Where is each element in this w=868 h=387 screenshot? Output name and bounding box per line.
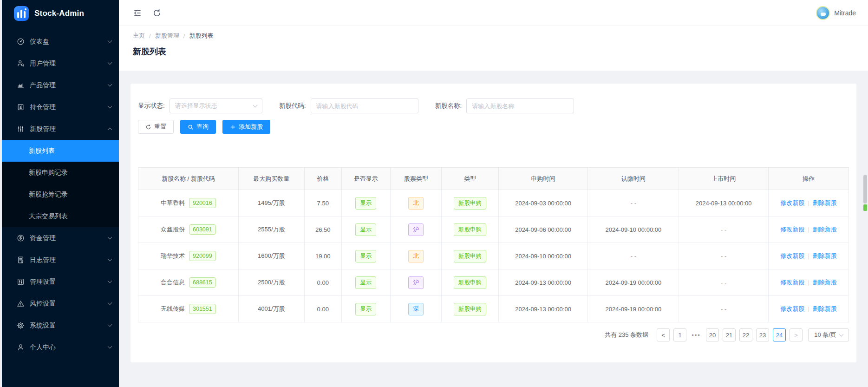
cell-visible: 显示 — [341, 296, 391, 322]
market-badge: 北 — [408, 197, 424, 210]
sidebar-item-products[interactable]: 产品管理 — [2, 74, 119, 96]
page-ellipsis[interactable]: ••• — [690, 332, 702, 339]
chevron-up-icon — [108, 128, 112, 132]
sidebar-item-positions[interactable]: 持仓管理 — [2, 96, 119, 118]
sidebar-item-risk[interactable]: 风控设置 — [2, 293, 119, 315]
type-badge: 新股申购 — [454, 276, 486, 289]
edit-stock-link[interactable]: 修改新股 — [780, 305, 804, 312]
sidebar-subitem[interactable]: 大宗交易列表 — [2, 205, 119, 227]
refresh-icon[interactable] — [152, 8, 162, 18]
sidebar-subitem-label: 新股列表 — [29, 147, 55, 155]
type-badge: 新股申购 — [454, 303, 486, 315]
name-input[interactable] — [466, 98, 574, 113]
cell-apply-time: 2024-09-13 00:00:00 — [498, 296, 588, 322]
status-select[interactable]: 请选择显示状态 — [170, 98, 262, 113]
sidebar-item-system[interactable]: 系统设置 — [2, 315, 119, 336]
prev-page-button[interactable]: < — [657, 328, 670, 341]
visible-badge: 显示 — [355, 223, 376, 236]
sidebar-subitem[interactable]: 新股列表 — [2, 140, 119, 162]
stock-code-badge: 920016 — [189, 198, 216, 208]
page-button-20[interactable]: 20 — [706, 328, 719, 341]
column-header: 操作 — [769, 168, 849, 190]
users-icon — [17, 59, 25, 67]
page-size-label: 10 条/页 — [814, 331, 836, 339]
sidebar-item-label: 仪表盘 — [30, 38, 108, 46]
chevron-down-icon — [839, 332, 843, 336]
user-avatar[interactable] — [816, 6, 830, 20]
cell-actions: 修改新股|删除新股 — [769, 216, 849, 243]
breadcrumb-separator: / — [183, 33, 185, 39]
sidebar-item-label: 系统设置 — [30, 321, 108, 330]
breadcrumb-item[interactable]: 主页 — [133, 32, 145, 40]
action-divider: | — [808, 279, 809, 286]
sidebar-item-label: 日志管理 — [30, 256, 108, 264]
table-wrap: 新股名称 / 新股代码最大购买数量价格是否显示股票类型类型申购时间认缴时间上市时… — [138, 167, 849, 322]
sidebar-subitem-label: 新股抢筹记录 — [29, 190, 68, 199]
sidebar-item-profile[interactable]: 个人中心 — [2, 336, 119, 358]
status-select-placeholder: 请选择显示状态 — [175, 102, 217, 110]
sidebar-item-dashboard[interactable]: 仪表盘 — [2, 31, 119, 52]
brand-title: Stock-Admin — [34, 9, 84, 18]
delete-stock-link[interactable]: 删除新股 — [813, 279, 837, 286]
topbar: Mitrade — [119, 0, 868, 26]
page-button-21[interactable]: 21 — [723, 328, 736, 341]
stock-code-badge: 603091 — [189, 224, 216, 235]
filter-name: 新股名称: — [435, 98, 574, 113]
edit-stock-link[interactable]: 修改新股 — [780, 252, 804, 259]
cell-type: 新股申购 — [442, 269, 498, 296]
delete-stock-link[interactable]: 删除新股 — [813, 226, 837, 233]
breadcrumb-item[interactable]: 新股管理 — [155, 32, 179, 40]
edit-stock-link[interactable]: 修改新股 — [780, 279, 804, 286]
delete-stock-link[interactable]: 删除新股 — [813, 199, 837, 206]
funds-icon — [17, 234, 25, 242]
filter-status: 显示状态: 请选择显示状态 — [138, 98, 262, 113]
sidebar-item-admin-settings[interactable]: 管理设置 — [2, 271, 119, 293]
cell-market: 深 — [391, 296, 442, 322]
chevron-down-icon — [253, 103, 257, 107]
products-icon — [17, 81, 25, 89]
code-label: 新股代码: — [279, 102, 306, 110]
collapse-sidebar-icon[interactable] — [133, 8, 142, 18]
edit-stock-link[interactable]: 修改新股 — [780, 226, 804, 233]
sidebar-item-new-stock[interactable]: 新股管理 — [2, 118, 119, 140]
search-button[interactable]: 查询 — [180, 120, 216, 134]
cell-type: 新股申购 — [442, 190, 498, 216]
page-button-22[interactable]: 22 — [739, 328, 752, 341]
cell-market: 北 — [391, 190, 442, 216]
search-label: 查询 — [196, 123, 209, 131]
positions-icon — [17, 103, 25, 111]
market-badge: 深 — [408, 303, 424, 315]
sidebar-item-label: 产品管理 — [30, 81, 108, 90]
cell-list-time: 2024-09-13 00:00:00 — [679, 190, 769, 216]
sidebar-subitem[interactable]: 新股抢筹记录 — [2, 184, 119, 205]
topbar-user[interactable]: Mitrade — [816, 6, 856, 20]
page-button-24[interactable]: 24 — [773, 328, 786, 341]
filter-code: 新股代码: — [279, 98, 418, 113]
delete-stock-link[interactable]: 删除新股 — [813, 252, 837, 259]
cell-type: 新股申购 — [442, 216, 498, 243]
sidebar-item-users[interactable]: 用户管理 — [2, 52, 119, 74]
reset-button[interactable]: 重置 — [138, 120, 174, 134]
column-header: 认缴时间 — [588, 168, 679, 190]
page-button-1[interactable]: 1 — [673, 328, 686, 341]
cell-name-code: 合合信息688615 — [138, 269, 239, 296]
edit-stock-link[interactable]: 修改新股 — [780, 199, 804, 206]
scrollbar-thumb[interactable] — [863, 175, 867, 203]
action-bar: 重置 查询 添加新股 — [138, 120, 849, 134]
add-stock-button[interactable]: 添加新股 — [222, 120, 270, 134]
sidebar-subitem[interactable]: 新股申购记录 — [2, 162, 119, 184]
next-page-button[interactable]: > — [790, 328, 803, 341]
breadcrumb-item: 新股列表 — [189, 32, 213, 40]
code-input[interactable] — [311, 98, 418, 113]
cell-price: 0.00 — [305, 296, 342, 322]
stock-name: 众鑫股份 — [161, 226, 185, 233]
page-size-select[interactable]: 10 条/页 — [808, 328, 849, 341]
page-button-23[interactable]: 23 — [756, 328, 769, 341]
sidebar-item-logs[interactable]: 日志管理 — [2, 249, 119, 271]
user-name[interactable]: Mitrade — [834, 9, 856, 17]
risk-icon — [17, 300, 25, 308]
app-logo[interactable]: Stock-Admin — [2, 0, 119, 27]
sidebar-item-funds[interactable]: 资金管理 — [2, 227, 119, 249]
logs-icon — [17, 256, 25, 264]
delete-stock-link[interactable]: 删除新股 — [813, 305, 837, 312]
